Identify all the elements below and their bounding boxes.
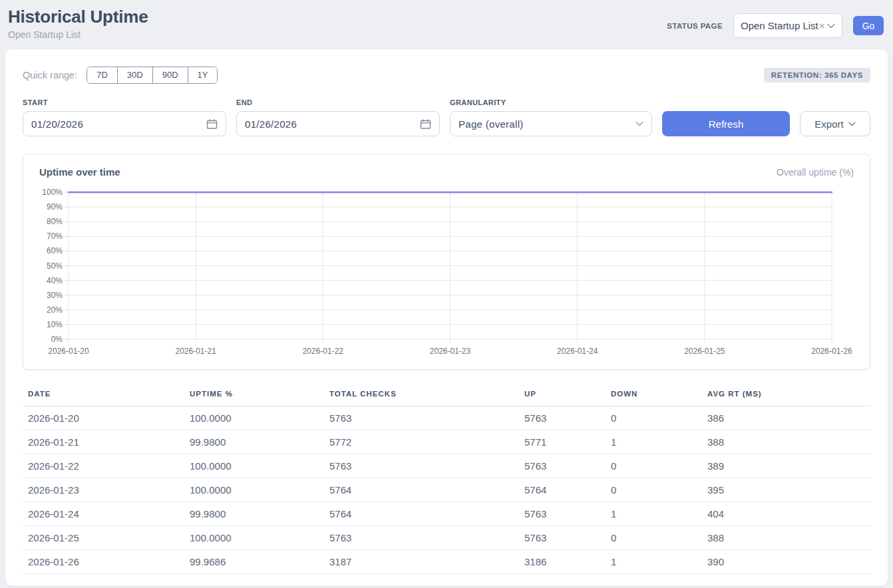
y-axis-label: 20% [47, 305, 63, 315]
table-cell: 386 [702, 406, 870, 430]
y-axis-label: 30% [47, 291, 63, 300]
y-axis-label: 0% [51, 335, 63, 344]
table-cell: 0 [606, 406, 702, 430]
table-row: 2026-01-2699.9686318731861390 [23, 550, 870, 574]
end-date-field: END 01/26/2026 [236, 98, 440, 136]
table-cell: 5763 [519, 454, 606, 478]
page-title: Historical Uptime [8, 7, 148, 27]
chart-legend: Overall uptime (%) [777, 167, 854, 178]
table-cell: 100.0000 [184, 454, 324, 478]
end-date-value: 01/26/2026 [245, 118, 297, 130]
granularity-select[interactable]: Page (overall) [450, 111, 652, 136]
x-axis-label: 2026-01-22 [303, 347, 344, 356]
table-cell: 99.9800 [184, 502, 324, 526]
table-cell: 389 [702, 454, 870, 478]
table-cell: 388 [702, 430, 870, 454]
table-cell: 0 [606, 478, 702, 502]
x-axis-label: 2026-01-26 [811, 347, 852, 356]
y-axis-label: 40% [47, 276, 63, 285]
table-cell: 5764 [324, 478, 519, 502]
chevron-down-icon [848, 122, 856, 126]
table-cell: 100.0000 [184, 526, 324, 550]
status-page-select[interactable]: Open Startup List× [733, 13, 842, 38]
uptime-chart-card: Uptime over time Overall uptime (%) 0%10… [23, 154, 870, 370]
y-axis-label: 60% [47, 246, 63, 255]
table-cell: 5763 [519, 502, 606, 526]
title-block: Historical Uptime Open Startup List [8, 7, 148, 40]
x-axis-label: 2026-01-21 [175, 347, 216, 356]
calendar-icon[interactable] [420, 118, 431, 130]
end-date-input[interactable]: 01/26/2026 [236, 111, 440, 136]
table-cell: 99.9800 [184, 430, 324, 454]
granularity-label: GRANULARITY [450, 98, 652, 106]
refresh-button[interactable]: Refresh [662, 111, 790, 136]
table-cell: 2026-01-23 [23, 478, 184, 502]
y-axis-label: 90% [47, 202, 63, 212]
x-axis-label: 2026-01-24 [557, 347, 598, 356]
column-header: DATE [23, 387, 184, 406]
export-button[interactable]: Export [800, 111, 870, 136]
table-cell: 5764 [324, 502, 519, 526]
table-cell: 0 [606, 526, 702, 550]
clear-icon[interactable]: × [819, 20, 825, 31]
table-cell: 395 [702, 478, 870, 502]
table-cell: 99.9686 [184, 550, 324, 574]
quick-range-row: Quick range: 7D 30D 90D 1Y RETENTION: 36… [23, 67, 870, 84]
table-cell: 5763 [519, 526, 606, 550]
column-header: UP [519, 387, 606, 406]
y-axis-label: 70% [47, 231, 63, 241]
granularity-field: GRANULARITY Page (overall) [450, 98, 652, 136]
table-cell: 100.0000 [184, 478, 324, 502]
start-date-field: START 01/20/2026 [23, 98, 226, 136]
granularity-value: Page (overall) [458, 118, 524, 130]
main-panel: Quick range: 7D 30D 90D 1Y RETENTION: 36… [5, 49, 888, 586]
retention-badge: RETENTION: 365 DAYS [764, 68, 870, 82]
start-date-value: 01/20/2026 [31, 118, 83, 130]
go-button[interactable]: Go [853, 16, 884, 35]
y-axis-label: 80% [47, 217, 63, 226]
table-cell: 388 [702, 526, 870, 550]
table-cell: 5771 [519, 430, 606, 454]
table-cell: 1 [606, 430, 702, 454]
table-row: 2026-01-25100.0000576357630388 [23, 526, 870, 550]
y-axis-label: 10% [47, 320, 63, 329]
table-cell: 2026-01-26 [23, 550, 184, 574]
filter-row: START 01/20/2026 END 01/26/2026 GRANULAR… [23, 98, 870, 136]
calendar-icon[interactable] [206, 118, 218, 130]
quick-range-group: 7D 30D 90D 1Y [87, 67, 218, 84]
table-cell: 2026-01-20 [23, 406, 184, 430]
table-row: 2026-01-20100.0000576357630386 [23, 406, 870, 430]
table-cell: 404 [702, 502, 870, 526]
table-cell: 1 [606, 550, 702, 574]
uptime-table: DATEUPTIME %TOTAL CHECKSUPDOWNAVG RT (MS… [23, 387, 870, 574]
table-cell: 3187 [324, 550, 519, 574]
table-header-row: DATEUPTIME %TOTAL CHECKSUPDOWNAVG RT (MS… [23, 387, 870, 406]
table-cell: 2026-01-21 [23, 430, 184, 454]
quick-range-90d[interactable]: 90D [152, 67, 188, 83]
quick-range-1y[interactable]: 1Y [188, 67, 218, 83]
table-cell: 2026-01-22 [23, 454, 184, 478]
quick-range-7d[interactable]: 7D [87, 67, 117, 83]
table-row: 2026-01-22100.0000576357630389 [23, 454, 870, 478]
uptime-table-body: 2026-01-20100.00005763576303862026-01-21… [23, 406, 870, 574]
export-button-label: Export [814, 118, 843, 130]
x-axis-label: 2026-01-25 [684, 347, 725, 356]
status-page-select-value: Open Startup List [741, 20, 818, 31]
chevron-down-icon [827, 23, 835, 29]
table-cell: 5763 [324, 454, 519, 478]
chart-title: Uptime over time [39, 166, 120, 178]
table-cell: 5763 [519, 406, 606, 430]
table-cell: 2026-01-24 [23, 502, 184, 526]
column-header: UPTIME % [184, 387, 324, 406]
column-header: AVG RT (MS) [702, 387, 870, 406]
uptime-table-wrap: DATEUPTIME %TOTAL CHECKSUPDOWNAVG RT (MS… [23, 387, 870, 574]
table-cell: 5763 [324, 406, 519, 430]
end-date-label: END [236, 98, 440, 106]
start-date-input[interactable]: 01/20/2026 [23, 111, 226, 136]
table-cell: 0 [606, 454, 702, 478]
table-cell: 5763 [324, 526, 519, 550]
table-cell: 1 [606, 502, 702, 526]
quick-range-30d[interactable]: 30D [117, 67, 152, 83]
quick-range-label: Quick range: [23, 70, 77, 80]
x-axis-label: 2026-01-20 [48, 347, 89, 356]
